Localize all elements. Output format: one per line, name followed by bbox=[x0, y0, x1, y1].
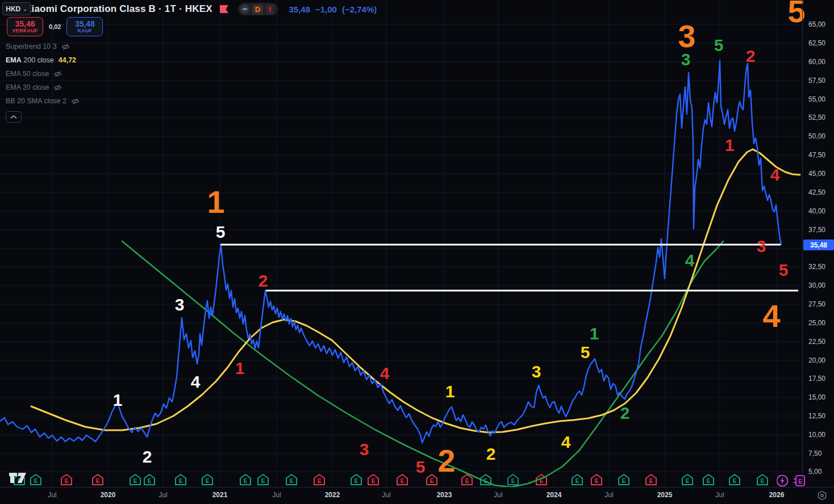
elliott-wave-label[interactable]: 1 bbox=[590, 325, 599, 342]
time-tick-label: 2026 bbox=[769, 491, 785, 499]
last-price-tag: 35,48 bbox=[803, 240, 834, 250]
elliott-wave-label[interactable]: 4 bbox=[685, 252, 695, 269]
elliott-wave-label[interactable]: 2 bbox=[258, 272, 268, 289]
elliott-wave-label[interactable]: 2 bbox=[746, 48, 756, 65]
price-tick-label: 12,50 bbox=[808, 412, 825, 420]
time-tick-label: Jul bbox=[272, 491, 281, 499]
elliott-wave-label[interactable]: 4 bbox=[762, 300, 780, 332]
sell-label: VERKAUF bbox=[12, 28, 38, 33]
indicator-name: EMA 20 close bbox=[6, 83, 49, 91]
price-tick-label: 25,00 bbox=[808, 319, 825, 327]
time-tick-label: 2025 bbox=[657, 491, 673, 499]
quote-change: −1,00 bbox=[315, 5, 337, 14]
elliott-wave-label[interactable]: 2 bbox=[143, 448, 152, 465]
time-tick-label: Jul bbox=[494, 491, 502, 499]
price-tick-label: 5,00 bbox=[808, 468, 822, 476]
price-tick-label: 47,50 bbox=[808, 151, 825, 159]
indicator-name: BB 20 SMA close 2 bbox=[6, 97, 66, 105]
indicator-name: EMA 200 close bbox=[6, 56, 54, 64]
price-tick-label: 65,00 bbox=[808, 20, 825, 28]
price-tick-label: 10,00 bbox=[808, 431, 825, 439]
indicator-row[interactable]: Supertrend 10 3 bbox=[6, 40, 80, 53]
trade-buttons-row: 35,46 VERKAUF 0,02 35,48 KAUF bbox=[7, 17, 103, 36]
quote-change-pct: (−2,74%) bbox=[342, 5, 377, 14]
elliott-wave-label[interactable]: 4 bbox=[380, 365, 390, 382]
quote-readout: 35,48 −1,00 (−2,74%) bbox=[289, 5, 377, 14]
time-tick-label: Jul bbox=[715, 491, 724, 499]
price-tick-label: 57,50 bbox=[808, 77, 825, 85]
time-tick-label: 2021 bbox=[212, 491, 228, 499]
price-tick-label: 15,00 bbox=[808, 393, 825, 401]
tradingview-logo-icon[interactable] bbox=[8, 471, 27, 485]
elliott-wave-label[interactable]: 3 bbox=[678, 20, 695, 52]
chevron-down-icon: ⌄ bbox=[23, 6, 27, 12]
legend-collapse-button[interactable] bbox=[6, 111, 22, 123]
tradingview-app: EEEEEEEEEEEEEEEEEEEEEEEEEEEEE 1234512345… bbox=[0, 0, 834, 504]
buy-price: 35,48 bbox=[75, 20, 95, 28]
elliott-wave-label[interactable]: 3 bbox=[532, 363, 541, 380]
price-tick-label: 52,50 bbox=[808, 114, 825, 121]
elliott-wave-label[interactable]: 5 bbox=[581, 344, 590, 361]
elliott-wave-label[interactable]: 4 bbox=[770, 166, 780, 183]
time-tick-label: 2020 bbox=[101, 491, 116, 499]
indicator-row[interactable]: EMA 200 close44,72 bbox=[6, 53, 80, 67]
price-tick-label: 32,50 bbox=[808, 263, 825, 271]
price-tick-label: 62,50 bbox=[808, 39, 825, 47]
elliott-wave-label[interactable]: 4 bbox=[191, 373, 201, 390]
time-tick-label: Jul bbox=[159, 491, 167, 499]
price-tick-label: 40,00 bbox=[808, 207, 825, 215]
indicator-value: 44,72 bbox=[59, 56, 76, 64]
time-tick-label: Jul bbox=[382, 491, 390, 499]
time-axis[interactable]: Jul2020Jul2021Jul2022Jul2023Jul2024Jul20… bbox=[0, 487, 834, 504]
indicator-row[interactable]: EMA 20 close bbox=[6, 81, 80, 94]
elliott-wave-label[interactable]: 2 bbox=[620, 405, 630, 422]
eye-off-icon[interactable] bbox=[61, 43, 70, 51]
elliott-wave-label[interactable]: 5 bbox=[416, 459, 426, 476]
chart-canvas[interactable] bbox=[0, 0, 834, 504]
time-tick-label: 2023 bbox=[437, 491, 452, 499]
elliott-wave-label[interactable]: 3 bbox=[757, 238, 766, 255]
indicator-name: Supertrend 10 3 bbox=[6, 43, 57, 51]
elliott-wave-label[interactable]: 2 bbox=[437, 445, 455, 477]
symbol-row: mi Xiaomi Corporation Class B · 1T · HKE… bbox=[8, 2, 377, 16]
elliott-wave-label[interactable]: 5 bbox=[216, 224, 226, 241]
currency-label: HKD bbox=[6, 5, 20, 13]
elliott-wave-label[interactable]: 1 bbox=[725, 137, 735, 154]
price-tick-label: 7,50 bbox=[808, 450, 822, 457]
buy-button[interactable]: 35,48 KAUF bbox=[66, 17, 103, 36]
elliott-wave-label[interactable]: 1 bbox=[235, 360, 245, 377]
elliott-wave-label[interactable]: 5 bbox=[779, 262, 789, 279]
elliott-wave-label[interactable]: 3 bbox=[360, 441, 369, 458]
alert-badge[interactable]: ! bbox=[266, 5, 274, 14]
flag-icon[interactable] bbox=[220, 5, 228, 13]
eye-off-icon[interactable] bbox=[53, 70, 62, 78]
interval-badge[interactable]: D bbox=[252, 5, 263, 14]
price-tick-label: 55,00 bbox=[808, 95, 825, 103]
time-tick-label: Jul bbox=[48, 491, 56, 499]
indicator-legend: Supertrend 10 3EMA 200 close44,72EMA 50 … bbox=[6, 40, 80, 123]
price-tick-label: 60,00 bbox=[808, 58, 825, 66]
price-tick-label: 42,50 bbox=[808, 188, 825, 196]
buy-label: KAUF bbox=[78, 28, 93, 33]
eye-off-icon[interactable] bbox=[53, 84, 62, 91]
price-tick-label: 30,00 bbox=[808, 282, 825, 289]
elliott-wave-label[interactable]: 5 bbox=[714, 37, 724, 54]
elliott-wave-label[interactable]: 1 bbox=[207, 186, 224, 218]
price-axis[interactable]: 65,0062,5060,0057,5055,0052,5050,0047,50… bbox=[802, 0, 834, 487]
elliott-wave-label[interactable]: 3 bbox=[175, 296, 185, 313]
price-tick-label: 50,00 bbox=[808, 132, 825, 140]
eye-off-icon[interactable] bbox=[71, 98, 80, 105]
sell-button[interactable]: 35,46 VERKAUF bbox=[7, 17, 43, 36]
price-tick-label: 20,00 bbox=[808, 356, 825, 364]
time-tick-label: 2022 bbox=[325, 491, 340, 499]
currency-dropdown[interactable]: HKD ⌄ bbox=[2, 2, 31, 15]
symbol-title[interactable]: Xiaomi Corporation Class B · 1T · HKEX bbox=[25, 3, 212, 15]
elliott-wave-label[interactable]: 1 bbox=[445, 383, 455, 400]
minus-chip-icon[interactable] bbox=[240, 5, 249, 14]
indicator-row[interactable]: BB 20 SMA close 2 bbox=[6, 94, 80, 108]
indicator-row[interactable]: EMA 50 close bbox=[6, 67, 80, 81]
elliott-wave-label[interactable]: 1 bbox=[113, 392, 123, 409]
elliott-wave-label[interactable]: 2 bbox=[486, 446, 496, 463]
axis-settings-gear-icon[interactable] bbox=[817, 490, 827, 501]
elliott-wave-label[interactable]: 4 bbox=[561, 434, 571, 451]
